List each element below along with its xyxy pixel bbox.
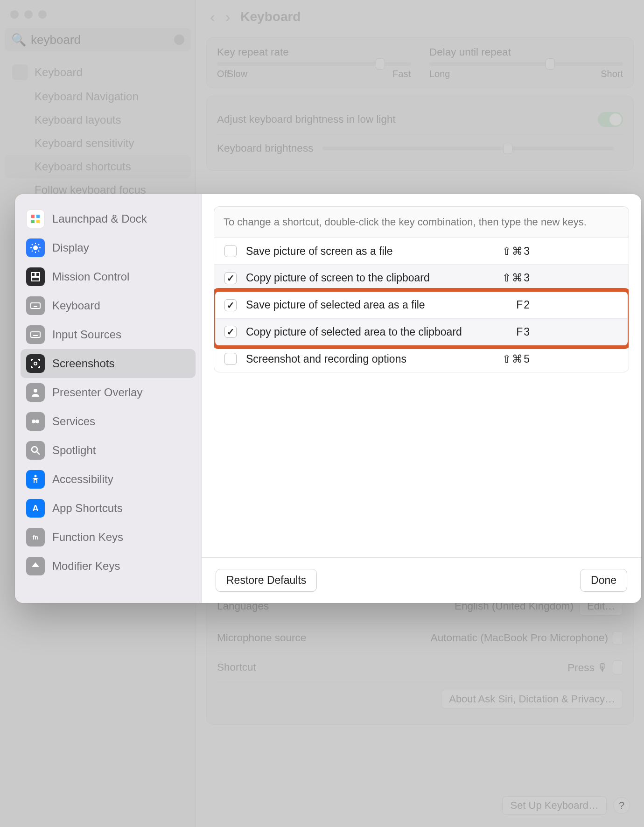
svg-point-4 [33,245,38,250]
keyboard-icon [26,296,45,315]
category-label: Keyboard [52,299,100,312]
category-label: Function Keys [52,531,123,544]
done-button[interactable]: Done [580,569,627,592]
display-icon [26,238,45,257]
shortcut-description: Save picture of screen as a file [246,245,479,258]
shortcut-keys[interactable]: F3 [489,326,531,338]
presenter-icon [26,383,45,402]
shortcut-checkbox[interactable] [224,272,237,284]
category-label: Accessibility [52,473,113,486]
shortcut-checkbox[interactable] [224,245,237,257]
category-label: App Shortcuts [52,502,123,515]
shortcut-keys[interactable]: F2 [489,299,531,311]
svg-rect-15 [31,277,40,281]
apps-icon: A [26,499,45,518]
spotlight-icon [26,441,45,460]
category-label: Modifier Keys [52,560,120,573]
services-icon [26,412,45,431]
screenshots-icon [26,354,45,373]
category-launchpad[interactable]: Launchpad & Dock [21,204,196,233]
category-apps[interactable]: AApp Shortcuts [21,494,196,523]
svg-rect-16 [31,303,40,308]
svg-rect-13 [31,273,35,276]
svg-point-25 [34,389,37,392]
shortcut-row[interactable]: Screenshot and recording options⇧⌘5 [214,345,629,372]
category-label: Spotlight [52,444,96,457]
help-text: To change a shortcut, double-click the k… [214,206,629,238]
category-spotlight[interactable]: Spotlight [21,436,196,465]
svg-line-29 [37,452,40,455]
shortcut-description: Screenshot and recording options [246,352,479,366]
category-modifier[interactable]: Modifier Keys [21,552,196,581]
restore-defaults-button[interactable]: Restore Defaults [216,569,317,592]
shortcut-row[interactable]: Save picture of selected area as a fileF… [214,291,629,318]
shortcut-row[interactable]: Save picture of screen as a file⇧⌘3 [214,238,629,265]
svg-rect-14 [36,273,40,276]
shortcut-description: Copy picture of selected area to the cli… [246,325,479,339]
category-screenshots[interactable]: Screenshots [21,349,196,378]
category-presenter[interactable]: Presenter Overlay [21,378,196,407]
category-services[interactable]: Services [21,407,196,436]
category-label: Display [52,241,89,254]
access-icon [26,470,45,489]
category-label: Launchpad & Dock [52,212,147,225]
category-label: Presenter Overlay [52,386,142,399]
shortcut-keys[interactable]: ⇧⌘5 [489,353,531,365]
svg-line-11 [32,251,33,252]
category-label: Services [52,415,95,428]
category-display[interactable]: Display [21,233,196,262]
category-input[interactable]: Input Sources [21,320,196,349]
input-icon [26,325,45,344]
shortcut-description: Save picture of selected area as a file [246,298,479,312]
shortcut-row[interactable]: Copy picture of selected area to the cli… [214,318,629,345]
category-label: Mission Control [52,270,129,283]
svg-point-24 [34,362,37,365]
mission-icon [26,267,45,286]
svg-rect-0 [31,215,35,218]
category-access[interactable]: Accessibility [21,465,196,494]
shortcut-keys[interactable]: ⇧⌘3 [489,272,531,284]
fn-icon: fn [26,528,45,547]
shortcut-checkbox[interactable] [224,353,237,365]
shortcut-keys[interactable]: ⇧⌘3 [489,245,531,258]
shortcut-row[interactable]: Copy picture of screen to the clipboard⇧… [214,264,629,291]
svg-line-12 [38,244,39,245]
category-label: Input Sources [52,328,121,341]
category-fn[interactable]: fnFunction Keys [21,523,196,552]
svg-text:A: A [33,504,39,513]
category-label: Screenshots [52,357,114,370]
svg-point-27 [35,420,39,423]
svg-line-9 [32,244,33,245]
svg-rect-22 [31,332,40,337]
svg-text:fn: fn [33,534,38,541]
svg-line-10 [38,251,39,252]
category-sidebar: Launchpad & DockDisplayMission ControlKe… [15,194,202,603]
launchpad-icon [26,210,45,228]
svg-rect-2 [31,220,35,223]
svg-point-28 [32,447,37,452]
category-mission[interactable]: Mission Control [21,262,196,291]
shortcut-description: Copy picture of screen to the clipboard [246,271,479,285]
shortcut-checkbox[interactable] [224,299,237,311]
svg-point-26 [32,420,35,423]
shortcut-checkbox[interactable] [224,326,237,338]
svg-rect-3 [36,220,40,223]
svg-rect-1 [36,215,40,218]
category-keyboard[interactable]: Keyboard [21,291,196,320]
keyboard-shortcuts-sheet: Launchpad & DockDisplayMission ControlKe… [15,194,641,603]
shortcut-list: Save picture of screen as a file⇧⌘3Copy … [214,238,629,373]
modifier-icon [26,557,45,575]
svg-point-30 [35,475,37,477]
